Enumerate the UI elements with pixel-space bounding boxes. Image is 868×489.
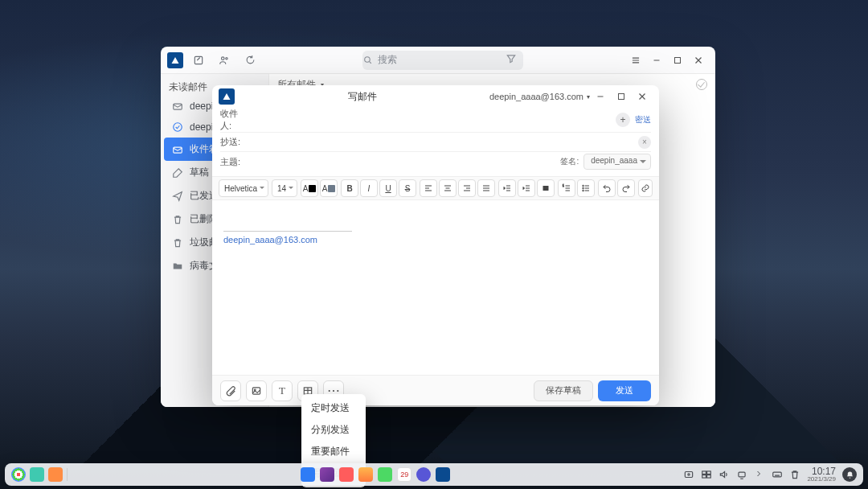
svg-point-11 [583, 185, 584, 187]
mail-titlebar: 搜索 [161, 47, 715, 74]
drafts-icon [172, 167, 183, 179]
signature-label: 签名: [560, 156, 579, 167]
inbox-icon [172, 144, 183, 155]
menu-important-mail[interactable]: 重要邮件 [301, 441, 366, 462]
strikethrough-button[interactable]: S [399, 179, 416, 197]
tray-keyboard-icon[interactable] [772, 469, 783, 480]
svg-rect-20 [707, 471, 711, 475]
svg-point-18 [688, 474, 690, 475]
tray-volume-icon[interactable] [719, 469, 730, 480]
svg-rect-23 [739, 472, 745, 477]
svg-rect-17 [686, 472, 693, 478]
font-size-select[interactable]: 14 [272, 179, 297, 197]
dock-settings-icon[interactable] [416, 467, 431, 482]
sidebar-item-label: 草稿 [190, 166, 209, 179]
insert-link-button[interactable] [638, 179, 653, 197]
svg-point-2 [226, 57, 227, 59]
dock-calendar-icon[interactable]: 29 [397, 467, 411, 482]
recipient-field[interactable] [254, 112, 611, 128]
new-mail-icon[interactable] [188, 51, 209, 69]
tray-network-icon[interactable] [736, 469, 747, 480]
maximize-button[interactable] [611, 86, 632, 107]
toggle-bcc-link[interactable]: 密送 [635, 114, 651, 125]
compose-titlebar: 写邮件 deepin_aaaa@163.com ▾ [212, 85, 659, 108]
svg-rect-4 [675, 57, 681, 63]
bold-button[interactable]: B [341, 179, 358, 197]
tray-notifications-icon[interactable] [842, 467, 857, 482]
editor-body[interactable]: deepin_aaaa@163.com [212, 200, 659, 375]
undo-button[interactable] [598, 179, 616, 197]
dock-mail-icon[interactable] [436, 467, 450, 482]
underline-button[interactable]: U [379, 179, 397, 197]
maximize-button[interactable] [667, 50, 688, 71]
svg-rect-19 [702, 471, 706, 475]
cc-label: 抄送: [220, 136, 249, 148]
send-button[interactable]: 发送 [598, 380, 651, 401]
highlight-color-button[interactable]: A [320, 179, 338, 197]
close-button[interactable] [632, 86, 653, 107]
search-placeholder: 搜索 [378, 53, 397, 67]
taskbar-divider [67, 468, 68, 481]
italic-button[interactable]: I [360, 179, 378, 197]
tray-chevron-icon[interactable] [754, 469, 765, 480]
outdent-button[interactable] [498, 179, 516, 197]
signature-picker[interactable]: deepin_aaaa [583, 154, 651, 170]
subject-field[interactable] [254, 154, 555, 170]
clock-date: 2021/3/29 [807, 476, 836, 483]
save-draft-button[interactable]: 保存草稿 [534, 380, 593, 401]
redo-button[interactable] [617, 179, 635, 197]
font-family-select[interactable]: Helvetica [219, 179, 268, 197]
app-logo-icon [167, 52, 183, 68]
cc-field[interactable] [254, 134, 633, 150]
menu-separate-send[interactable]: 分别发送 [301, 419, 366, 441]
close-button[interactable] [688, 50, 709, 71]
dock-music-icon[interactable] [378, 467, 392, 482]
signature-text: deepin_aaaa@163.com [223, 235, 648, 244]
dock-store-icon[interactable] [339, 467, 354, 482]
spam-icon [172, 237, 183, 249]
svg-rect-22 [707, 475, 711, 479]
font-color-button[interactable]: A [301, 179, 318, 197]
launcher-icon[interactable] [11, 467, 26, 482]
align-justify-button[interactable] [477, 179, 495, 197]
app-logo-icon [219, 88, 235, 105]
menu-scheduled-send[interactable]: 定时发送 [301, 397, 366, 419]
svg-point-13 [583, 190, 584, 191]
attach-button[interactable] [220, 380, 241, 401]
dock-app-icon[interactable] [301, 467, 315, 482]
contacts-icon[interactable] [214, 51, 235, 69]
tray-trash-icon[interactable] [789, 469, 800, 480]
tray-screenshot-icon[interactable] [683, 469, 694, 480]
dock-browser-icon[interactable] [320, 467, 334, 482]
taskbar-app-icon[interactable] [30, 467, 44, 482]
search-bar[interactable]: 搜索 [362, 51, 523, 70]
svg-point-3 [365, 57, 371, 63]
text-format-button[interactable]: T [272, 380, 293, 401]
remove-cc-button[interactable]: × [638, 136, 651, 149]
refresh-icon[interactable] [240, 51, 260, 69]
hamburger-menu-icon[interactable] [625, 50, 646, 71]
minimize-button[interactable] [590, 86, 611, 107]
format-block-button[interactable] [537, 179, 555, 197]
indent-button[interactable] [518, 179, 535, 197]
tray-workspace-icon[interactable] [701, 469, 712, 480]
mailbox-icon [172, 101, 183, 112]
svg-rect-8 [618, 94, 624, 100]
ordered-list-button[interactable]: 1 [558, 179, 575, 197]
insert-image-button[interactable] [246, 380, 267, 401]
taskbar-app-icon[interactable] [48, 467, 63, 482]
select-all-checkbox[interactable] [696, 79, 707, 90]
svg-text:1: 1 [563, 184, 564, 187]
minimize-button[interactable] [646, 50, 667, 71]
svg-point-1 [222, 56, 225, 60]
unordered-list-button[interactable] [577, 179, 595, 197]
dock-app-icon[interactable] [358, 467, 373, 482]
align-right-button[interactable] [458, 179, 476, 197]
compose-account-picker[interactable]: deepin_aaaa@163.com ▾ [489, 92, 590, 101]
align-left-button[interactable] [420, 179, 437, 197]
add-recipient-button[interactable]: + [616, 113, 630, 127]
taskbar-clock[interactable]: 10:17 2021/3/29 [807, 466, 836, 483]
search-filter-icon[interactable] [506, 53, 520, 68]
align-center-button[interactable] [439, 179, 457, 197]
svg-point-6 [174, 123, 182, 132]
